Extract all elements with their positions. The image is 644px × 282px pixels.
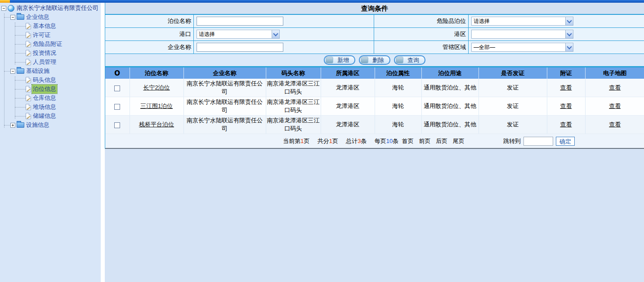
tree-item-berth-info[interactable]: 泊位信息 — [0, 85, 101, 94]
column-header-berth-attribute: 泊位属性 — [375, 67, 421, 79]
confirm-jump-button[interactable]: 确定 — [556, 137, 575, 146]
delete-button[interactable]: 删除 — [359, 55, 390, 65]
document-icon — [26, 23, 31, 29]
attachment-view-link[interactable]: 查看 — [560, 121, 572, 128]
collapse-expander-icon[interactable] — [1, 6, 6, 11]
collapse-expander-icon[interactable] — [10, 15, 15, 20]
table-row: 三江围1泊位 南京长宁水陆联运有限责任公司 南京港龙潭港区三江口码头 龙潭港区 … — [105, 97, 644, 116]
collapse-expander-icon[interactable] — [10, 69, 15, 74]
table-header-row: O 泊位名称 企业名称 码头名称 所属港区 泊位属性 泊位用途 是否发证 附证 … — [105, 67, 644, 79]
sidebar: 南京长宁水陆联运有限责任公司 企业信息 基本信息 许可证 危险品附证 投资情况 — [0, 3, 101, 282]
dropdown-arrow-icon[interactable] — [272, 30, 279, 38]
tree-item-license[interactable]: 许可证 — [0, 31, 101, 40]
tree-root-label[interactable]: 南京长宁水陆联运有限责任公司 — [16, 4, 99, 13]
row-checkbox[interactable] — [114, 122, 120, 128]
document-icon — [26, 104, 31, 110]
company-name-label: 企业名称 — [105, 41, 194, 54]
admin-region-label: 管辖区域 — [374, 41, 469, 54]
navigation-tree: 南京长宁水陆联运有限责任公司 企业信息 基本信息 许可证 危险品附证 投资情况 — [0, 3, 101, 130]
query-form: 泊位名称 危险品泊位 请选择 港口 请选择 港区 — [105, 15, 644, 54]
berth-link[interactable]: 长宁2泊位 — [143, 84, 170, 91]
column-header-certified: 是否发证 — [479, 67, 547, 79]
tree-item-dangerous-goods-cert[interactable]: 危险品附证 — [0, 40, 101, 49]
expand-expander-icon[interactable] — [10, 123, 15, 128]
page-jump-controls: 跳转到 确定 — [503, 137, 575, 146]
tree-item-warehouse-info[interactable]: 仓库信息 — [0, 94, 101, 103]
attachment-view-link[interactable]: 查看 — [560, 84, 572, 91]
folder-icon — [17, 122, 24, 128]
page-size-number: 10 — [386, 138, 393, 144]
tree-group-enterprise-info[interactable]: 企业信息 — [0, 13, 101, 22]
action-toolbar: 新增 删除 查询 — [105, 54, 644, 67]
tree-stub — [15, 107, 26, 107]
port-label: 港口 — [105, 28, 194, 41]
tree-item-yard-info[interactable]: 堆场信息 — [0, 103, 101, 112]
tree-item-tank-info[interactable]: 储罐信息 — [0, 112, 101, 121]
dropdown-arrow-icon[interactable] — [565, 43, 573, 51]
port-area-label: 港区 — [374, 28, 469, 41]
emap-view-link[interactable]: 查看 — [609, 103, 621, 109]
prev-page-link[interactable]: 前页 — [419, 138, 430, 144]
berth-link[interactable]: 三江围1泊位 — [140, 103, 173, 109]
add-button[interactable]: 新增 — [324, 55, 355, 65]
dropdown-arrow-icon[interactable] — [565, 30, 573, 38]
tree-stub — [15, 44, 26, 45]
document-icon — [26, 113, 31, 119]
tree-stub — [4, 125, 10, 125]
tree-item-investment[interactable]: 投资情况 — [0, 49, 101, 58]
total-pages-number: 1 — [329, 138, 332, 144]
tree-stub — [4, 17, 10, 18]
row-checkbox[interactable] — [114, 85, 120, 91]
next-page-link[interactable]: 后页 — [436, 138, 447, 144]
tree-root-company[interactable]: 南京长宁水陆联运有限责任公司 — [0, 4, 101, 13]
folder-icon — [17, 68, 24, 74]
tree-stub — [15, 53, 26, 54]
emap-view-link[interactable]: 查看 — [609, 121, 621, 128]
tree-stub — [15, 35, 26, 36]
globe-icon — [8, 5, 14, 12]
column-header-company-name: 企业名称 — [183, 67, 266, 79]
document-icon — [26, 41, 31, 47]
company-name-input[interactable] — [197, 43, 283, 52]
select-all-icon[interactable]: O — [114, 69, 120, 77]
column-header-emap: 电子地图 — [585, 67, 644, 79]
attachment-view-link[interactable]: 查看 — [560, 103, 572, 109]
admin-region-select[interactable]: —全部— — [471, 43, 573, 52]
tree-stub — [15, 98, 26, 98]
first-page-link[interactable]: 首页 — [402, 138, 414, 144]
table-row: 栈桥平台泊位 南京长宁水陆联运有限责任公司 南京港龙潭港区三江口码头 龙潭港区 … — [105, 116, 644, 134]
document-icon — [26, 95, 31, 101]
tree-stub — [4, 71, 10, 72]
jump-to-label: 跳转到 — [503, 137, 521, 145]
tree-group-facility-info[interactable]: 设施信息 — [0, 121, 101, 130]
dangerous-berth-select[interactable]: 请选择 — [471, 17, 573, 26]
dropdown-arrow-icon[interactable] — [565, 17, 573, 25]
tree-item-wharf-info[interactable]: 码头信息 — [0, 76, 101, 85]
berth-name-input[interactable] — [197, 17, 283, 26]
port-select[interactable]: 请选择 — [197, 30, 280, 39]
select-all-column-header[interactable]: O — [105, 67, 130, 79]
berth-name-label: 泊位名称 — [105, 15, 194, 28]
tree-item-personnel[interactable]: 人员管理 — [0, 58, 101, 67]
dangerous-berth-label: 危险品泊位 — [374, 15, 469, 28]
search-button[interactable]: 查询 — [394, 55, 425, 65]
row-checkbox[interactable] — [114, 104, 120, 110]
column-header-berth-name: 泊位名称 — [130, 67, 183, 79]
tree-group-infrastructure[interactable]: 基础设施 — [0, 67, 101, 76]
document-icon — [26, 50, 31, 56]
emap-view-link[interactable]: 查看 — [609, 84, 621, 91]
document-icon — [26, 32, 31, 38]
berth-link[interactable]: 栈桥平台泊位 — [139, 121, 174, 128]
tree-item-basic-info[interactable]: 基本信息 — [0, 22, 101, 31]
sidebar-divider — [101, 3, 105, 282]
main-content: 查询条件 泊位名称 危险品泊位 请选择 港口 请选择 — [105, 3, 644, 282]
port-area-select[interactable] — [471, 30, 573, 39]
pagination-bar: 当前第1页 共分1页 总计3条 每页10条 首页 前页 后页 尾页 跳转到 确定 — [105, 134, 644, 149]
last-page-link[interactable]: 尾页 — [453, 138, 465, 144]
table-row: 长宁2泊位 南京长宁水陆联运有限责任公司 南京港龙潭港区三江口码头 龙潭港区 海… — [105, 79, 644, 97]
current-page-number: 1 — [300, 138, 304, 144]
tree-stub — [15, 80, 26, 81]
tree-stub — [15, 89, 26, 90]
jump-page-input[interactable] — [523, 137, 553, 146]
query-conditions-title: 查询条件 — [105, 3, 644, 15]
